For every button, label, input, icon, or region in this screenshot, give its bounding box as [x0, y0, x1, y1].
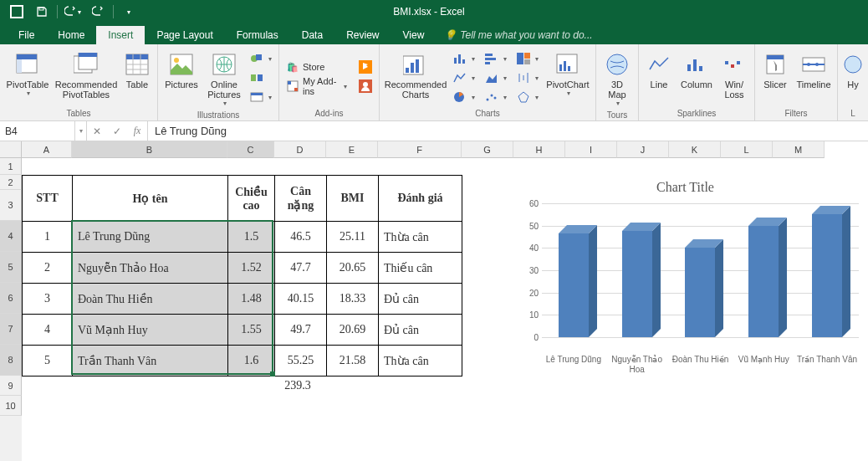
namebox-dropdown[interactable]: ▾ [75, 121, 87, 141]
fbar-fx-button[interactable]: fx [127, 125, 147, 137]
select-all-corner[interactable] [0, 141, 22, 158]
cell[interactable]: 1.5 [228, 222, 275, 253]
row-header-8[interactable]: 8 [0, 345, 22, 376]
cells-area[interactable]: STT Họ tên Chiều cao Cân nặng BMI Đánh g… [22, 158, 868, 461]
tab-page-layout[interactable]: Page Layout [145, 26, 224, 44]
pivottable-button[interactable]: PivotTable▾ [3, 49, 52, 99]
tab-home[interactable]: Home [46, 26, 96, 44]
col-header-H[interactable]: H [513, 141, 565, 158]
cell[interactable]: 20.65 [327, 253, 379, 284]
cell[interactable]: 4 [23, 315, 73, 346]
cell[interactable]: 49.7 [275, 315, 327, 346]
chart-area-button[interactable]: ▾ [482, 69, 510, 87]
chart[interactable]: Chart Title 0102030405060 Lê Trung DũngN… [503, 175, 867, 386]
col-header-F[interactable]: F [378, 141, 462, 158]
cell[interactable]: 18.33 [327, 284, 379, 315]
chart-bar[interactable] [685, 248, 715, 337]
cell[interactable]: Đoàn Thu Hiền [73, 284, 228, 315]
sparkline-column-button[interactable]: Column [677, 49, 716, 91]
app-icon[interactable] [5, 2, 28, 22]
column-headers[interactable]: ABCDEFGHIJKLM [22, 141, 825, 158]
row-header-9[interactable]: 9 [0, 376, 22, 396]
cell[interactable]: Trần Thanh Vân [73, 346, 228, 376]
cell[interactable]: 40.15 [275, 284, 327, 315]
slicer-button[interactable]: Slicer [758, 49, 792, 91]
row-header-4[interactable]: 4 [0, 221, 22, 252]
cell[interactable]: Lê Trung Dũng [73, 222, 228, 253]
cell[interactable]: 1.6 [228, 346, 275, 376]
tab-view[interactable]: View [391, 26, 437, 44]
row-header-7[interactable]: 7 [0, 314, 22, 345]
cell[interactable]: 1.48 [228, 284, 275, 315]
chart-scatter-button[interactable]: ▾ [482, 88, 510, 106]
cell[interactable]: 21.58 [327, 346, 379, 376]
row-header-1[interactable]: 1 [0, 158, 22, 175]
col-header-K[interactable]: K [669, 141, 721, 158]
row-header-3[interactable]: 3 [0, 190, 22, 221]
cell[interactable]: Vũ Mạnh Huy [73, 315, 228, 346]
cell[interactable]: 3 [23, 284, 73, 315]
cell[interactable]: 1.55 [228, 315, 275, 346]
screenshot-button[interactable]: ▾ [247, 88, 275, 106]
table-button[interactable]: Table [120, 49, 154, 91]
name-box[interactable]: B4 [0, 121, 75, 141]
chart-pie-button[interactable]: ▾ [450, 88, 478, 106]
tell-me-box[interactable]: 💡Tell me what you want to do... [436, 26, 600, 44]
tab-insert[interactable]: Insert [96, 26, 145, 44]
col-header-C[interactable]: C [227, 141, 274, 158]
chart-bar[interactable] [748, 226, 779, 337]
smartart-button[interactable] [247, 69, 275, 87]
chart-line-button[interactable]: ▾ [450, 69, 478, 87]
myaddins-button[interactable]: My Add-ins ▾ [283, 77, 350, 95]
col-header-E[interactable]: E [326, 141, 378, 158]
pictures-button[interactable]: Pictures [161, 49, 202, 91]
col-header-B[interactable]: B [72, 141, 227, 158]
chart-bar-button[interactable]: ▾ [482, 49, 510, 68]
qat-customize[interactable]: ▾ [117, 2, 140, 22]
chart-plot-area[interactable]: 0102030405060 [542, 203, 859, 350]
formula-input[interactable]: Lê Trung Dũng [148, 121, 868, 141]
cell[interactable]: Đủ cân [379, 315, 462, 346]
col-header-A[interactable]: A [22, 141, 72, 158]
cell[interactable]: Thừa cân [379, 222, 462, 253]
col-header-I[interactable]: I [565, 141, 617, 158]
timeline-button[interactable]: Timeline [794, 49, 834, 91]
tab-file[interactable]: File [7, 26, 46, 44]
col-header-D[interactable]: D [274, 141, 326, 158]
row-header-5[interactable]: 5 [0, 252, 22, 283]
chart-bar[interactable] [812, 214, 842, 337]
row-header-2[interactable]: 2 [0, 175, 22, 190]
cell[interactable]: 1 [23, 222, 73, 253]
sum-cell[interactable]: 239.3 [274, 376, 326, 396]
redo-button[interactable] [86, 2, 110, 22]
tab-review[interactable]: Review [334, 26, 391, 44]
cell[interactable]: 47.7 [275, 253, 327, 284]
undo-button[interactable]: ▾ [61, 2, 84, 22]
col-header-M[interactable]: M [773, 141, 825, 158]
shapes-button[interactable]: ▾ [247, 49, 275, 68]
fbar-cancel-button[interactable]: ✕ [87, 125, 107, 137]
people-button[interactable] [355, 77, 375, 95]
cell[interactable]: Thừa cân [379, 346, 462, 376]
cell[interactable]: 2 [23, 253, 73, 284]
chart-bar[interactable] [559, 233, 589, 337]
pivotchart-button[interactable]: PivotChart▾ [544, 49, 592, 99]
sparkline-winloss-button[interactable]: Win/ Loss [717, 49, 751, 101]
fbar-enter-button[interactable]: ✓ [107, 125, 127, 137]
cell[interactable]: Đủ cân [379, 284, 462, 315]
cell[interactable]: 1.52 [228, 253, 275, 284]
bing-button[interactable] [355, 58, 375, 76]
row-header-10[interactable]: 10 [0, 396, 22, 416]
row-headers[interactable]: 12345678910 [0, 158, 22, 461]
chart-title[interactable]: Chart Title [503, 180, 867, 195]
cell[interactable]: 55.25 [275, 346, 327, 376]
chart-bar[interactable] [622, 231, 652, 337]
col-header-G[interactable]: G [462, 141, 513, 158]
cell[interactable]: 20.69 [327, 315, 379, 346]
tab-formulas[interactable]: Formulas [225, 26, 290, 44]
online-pictures-button[interactable]: Online Pictures▾ [203, 49, 245, 109]
cell[interactable]: 5 [23, 346, 73, 376]
chart-stock-button[interactable]: ▾ [513, 69, 542, 87]
cell[interactable]: 25.11 [327, 222, 379, 253]
cell[interactable]: 46.5 [275, 222, 327, 253]
